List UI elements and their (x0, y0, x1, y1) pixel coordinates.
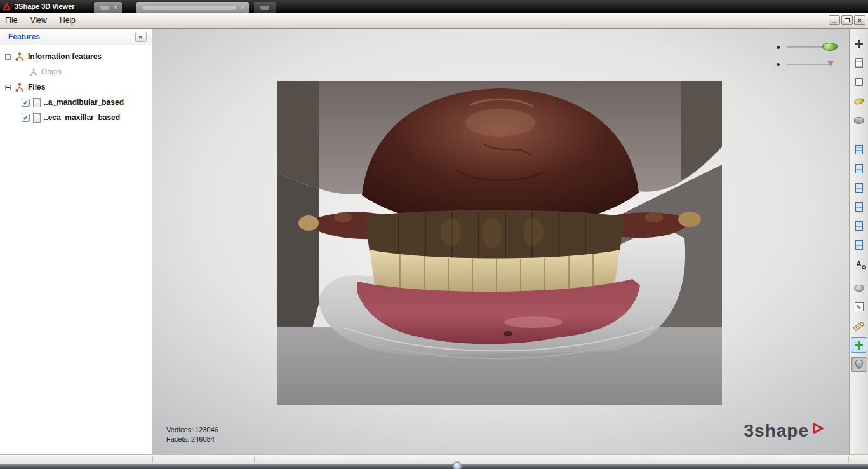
copy-view-6-icon (855, 240, 863, 250)
slider-track[interactable] (787, 64, 832, 65)
status-bar (0, 454, 868, 464)
cylinder-button[interactable] (851, 112, 867, 128)
sculpt-button[interactable] (851, 93, 867, 109)
copy-view-3-icon (855, 183, 863, 193)
window-controls: _ × (829, 15, 865, 25)
tree-group-files[interactable]: Files (0, 79, 152, 95)
slider-upper-model[interactable] (777, 39, 832, 56)
copy-view-4-icon (855, 202, 863, 212)
application-window: 3Shape 3D Viewer × × File View Help _ × … (0, 0, 868, 469)
check-icon: ✓ (23, 99, 28, 106)
tab-close-icon[interactable]: × (239, 4, 246, 11)
pose-axes-button[interactable] (851, 36, 867, 51)
feature-group-icon (15, 51, 25, 62)
vertices-count: Vertices: 123046 (166, 425, 218, 435)
tab-close-icon[interactable]: × (112, 4, 119, 11)
features-panel: Features « Information features (0, 29, 152, 454)
tab-label-placeholder (260, 6, 269, 10)
text-zoom-button[interactable]: A (851, 256, 867, 271)
mesh-statistics: Vertices: 123046 Facets: 246084 (166, 425, 218, 444)
tray-orb-icon[interactable] (453, 461, 462, 469)
dental-scan-render (152, 29, 849, 454)
file-icon (33, 98, 41, 107)
tree-collapse-icon[interactable] (5, 54, 11, 60)
select-box-button[interactable] (851, 74, 867, 90)
background-tab-2[interactable]: × (136, 2, 249, 13)
select-box-icon (855, 78, 863, 86)
maxillar-checkbox[interactable]: ✓ (22, 114, 30, 122)
ruler-icon (853, 321, 865, 330)
slider-dot-icon (777, 63, 780, 66)
copy-view-4-button[interactable] (851, 199, 867, 214)
3d-viewport[interactable]: Vertices: 123046 Facets: 246084 3shape (152, 29, 849, 454)
copy-view-6-button[interactable] (851, 237, 867, 252)
restore-button[interactable] (841, 15, 853, 25)
model-sliders (777, 39, 832, 73)
tab-label-placeholder (100, 6, 109, 10)
right-toolbar: A ✎ (849, 29, 868, 454)
window-title: 3Shape 3D Viewer (15, 0, 75, 13)
status-separator (254, 456, 255, 463)
measure-button[interactable] (851, 337, 867, 353)
shield-icon (855, 360, 863, 369)
copy-view-2-icon (855, 164, 863, 173)
copy-view-1-icon (855, 145, 863, 154)
pose-axes-icon (855, 40, 863, 48)
features-title: Features (8, 32, 135, 41)
feature-group-icon (15, 82, 25, 92)
title-bar: 3Shape 3D Viewer × × (0, 0, 868, 13)
main-content: Features « Information features (0, 29, 868, 454)
background-tab-1[interactable]: × (94, 2, 122, 13)
clay-view-button[interactable] (851, 280, 867, 296)
menu-item-help[interactable]: Help (55, 13, 81, 27)
menu-item-view[interactable]: View (25, 13, 52, 27)
mandibular-checkbox[interactable]: ✓ (22, 99, 30, 107)
document-icon (855, 58, 863, 68)
taskbar-edge (0, 464, 868, 469)
menu-item-file[interactable]: File (0, 13, 22, 27)
close-button[interactable]: × (854, 15, 865, 25)
annotate-box-icon: ✎ (855, 302, 864, 311)
features-panel-header: Features « (0, 29, 152, 45)
minimize-button[interactable]: _ (829, 15, 840, 25)
status-separator (152, 456, 153, 463)
magnifier-icon (862, 265, 866, 269)
copy-view-3-button[interactable] (851, 180, 867, 195)
file-icon (33, 113, 41, 123)
tree-group-label: Files (28, 83, 45, 92)
background-tab-3[interactable] (254, 2, 276, 13)
tree-item-origin[interactable]: Origin (25, 64, 152, 79)
3shape-watermark: 3shape (744, 423, 825, 439)
measure-cross-icon (855, 341, 863, 350)
chevron-up-icon: « (138, 35, 145, 39)
file-label: ..a_mandibular_based (44, 98, 124, 107)
annotate-button[interactable]: ✎ (851, 299, 867, 315)
tree-item-maxillar-file[interactable]: ✓ ..eca_maxillar_based (22, 110, 152, 125)
menu-bar: File View Help _ × (0, 13, 868, 29)
sculpt-blob-icon (853, 97, 865, 105)
green-knob-icon[interactable] (822, 43, 838, 51)
copy-view-1-button[interactable] (851, 142, 867, 157)
slider-thumb-icon[interactable] (827, 61, 834, 67)
document-button[interactable] (851, 55, 867, 71)
shield-button[interactable] (851, 357, 867, 372)
file-label: ..eca_maxillar_based (44, 113, 120, 122)
status-separator (848, 456, 849, 463)
brand-text: 3shape (744, 423, 810, 439)
slider-lower-model[interactable] (777, 56, 832, 73)
tree-group-information-features[interactable]: Information features (0, 49, 152, 64)
copy-view-2-button[interactable] (851, 161, 867, 176)
copy-view-5-button[interactable] (851, 218, 867, 233)
collapse-panel-button[interactable]: « (135, 32, 147, 42)
3shape-logo-icon (3, 3, 11, 11)
brand-triangle-icon (811, 421, 825, 435)
text-zoom-icon: A (857, 260, 862, 268)
copy-view-5-icon (855, 221, 863, 231)
clay-view-icon (854, 285, 864, 292)
tree-collapse-icon[interactable] (5, 85, 11, 90)
slider-dot-icon (777, 46, 780, 49)
tree-item-mandibular-file[interactable]: ✓ ..a_mandibular_based (22, 95, 152, 110)
ruler-button[interactable] (851, 318, 867, 334)
slider-track[interactable] (787, 46, 832, 48)
tree-item-label: Origin (41, 67, 62, 76)
